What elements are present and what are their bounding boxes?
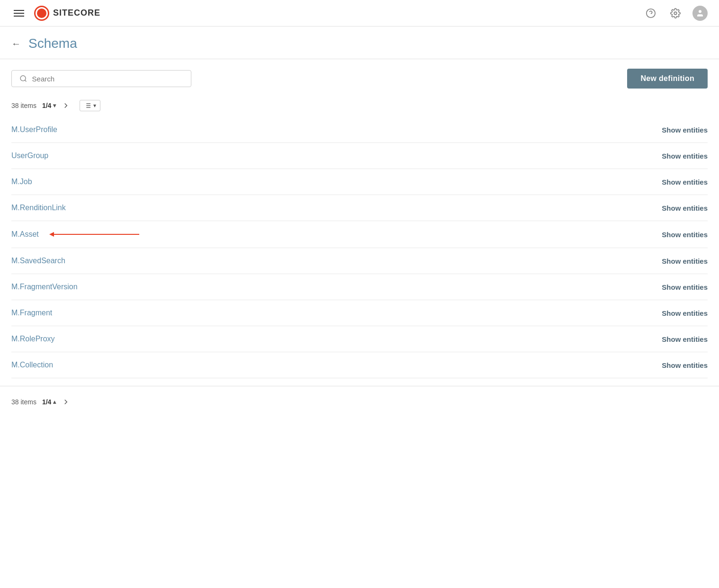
question-icon bbox=[646, 8, 656, 18]
view-chevron-down-icon: ▾ bbox=[93, 102, 96, 109]
help-button[interactable] bbox=[643, 6, 658, 21]
chevron-right-icon bbox=[62, 398, 70, 406]
back-button[interactable]: ← bbox=[11, 38, 21, 49]
gear-icon bbox=[670, 8, 681, 18]
show-entities-button[interactable]: Show entities bbox=[662, 283, 708, 291]
chevron-up-icon: ▴ bbox=[53, 399, 56, 405]
table-row: M.JobShow entities bbox=[11, 169, 708, 195]
search-icon bbox=[19, 74, 27, 83]
show-entities-button[interactable]: Show entities bbox=[662, 309, 708, 317]
table-row: M.SavedSearchShow entities bbox=[11, 248, 708, 274]
top-pagination-bar: 38 items 1/4 ▾ ▾ bbox=[0, 96, 719, 117]
top-next-button[interactable] bbox=[62, 101, 70, 110]
arrow-annotation bbox=[49, 230, 144, 239]
back-arrow-icon: ← bbox=[11, 38, 21, 49]
top-page-selector[interactable]: 1/4 ▾ bbox=[42, 102, 56, 109]
logo-text: SITECORE bbox=[53, 8, 100, 18]
schema-name-link[interactable]: M.Fragment bbox=[11, 309, 52, 317]
bottom-pagination-bar: 38 items 1/4 ▴ bbox=[0, 386, 719, 414]
show-entities-button[interactable]: Show entities bbox=[662, 152, 708, 160]
schema-name-link[interactable]: M.Asset bbox=[11, 230, 144, 239]
svg-marker-12 bbox=[49, 232, 54, 237]
show-entities-button[interactable]: Show entities bbox=[662, 361, 708, 369]
table-row: M.UserProfileShow entities bbox=[11, 117, 708, 143]
show-entities-button[interactable]: Show entities bbox=[662, 257, 708, 265]
new-definition-button[interactable]: New definition bbox=[627, 69, 708, 89]
schema-name-link[interactable]: M.Job bbox=[11, 178, 32, 186]
page-header: ← Schema bbox=[0, 27, 719, 59]
table-row: M.RenditionLinkShow entities bbox=[11, 195, 708, 221]
schema-list: M.UserProfileShow entitiesUserGroupShow … bbox=[0, 117, 719, 378]
nav-right bbox=[643, 6, 708, 21]
arrow-indicator-icon bbox=[49, 230, 144, 239]
schema-name-link[interactable]: M.FragmentVersion bbox=[11, 283, 78, 291]
schema-name-link[interactable]: M.RenditionLink bbox=[11, 204, 66, 212]
search-input[interactable] bbox=[32, 75, 183, 83]
table-row: M.RoleProxyShow entities bbox=[11, 326, 708, 352]
svg-point-3 bbox=[699, 10, 701, 13]
schema-name-link[interactable]: UserGroup bbox=[11, 151, 48, 160]
avatar[interactable] bbox=[692, 6, 708, 21]
table-row: M.FragmentVersionShow entities bbox=[11, 274, 708, 300]
top-items-count: 38 items bbox=[11, 102, 36, 109]
schema-name-link[interactable]: M.Collection bbox=[11, 361, 53, 369]
schema-name-link[interactable]: M.SavedSearch bbox=[11, 257, 65, 265]
bottom-items-count: 38 items bbox=[11, 398, 36, 406]
settings-button[interactable] bbox=[668, 6, 683, 21]
schema-name-link[interactable]: M.RoleProxy bbox=[11, 335, 55, 343]
top-navigation: SITECORE bbox=[0, 0, 719, 27]
toolbar: New definition bbox=[0, 59, 719, 96]
bottom-page-selector[interactable]: 1/4 ▴ bbox=[42, 398, 56, 406]
hamburger-menu-button[interactable] bbox=[11, 6, 27, 21]
show-entities-button[interactable]: Show entities bbox=[662, 126, 708, 134]
show-entities-button[interactable]: Show entities bbox=[662, 231, 708, 239]
table-row: M.CollectionShow entities bbox=[11, 352, 708, 378]
table-row: M.AssetShow entities bbox=[11, 221, 708, 248]
sitecore-logo: SITECORE bbox=[34, 6, 100, 21]
bottom-next-button[interactable] bbox=[62, 398, 70, 406]
show-entities-button[interactable]: Show entities bbox=[662, 335, 708, 343]
top-page-label: 1/4 bbox=[42, 102, 51, 109]
view-selector[interactable]: ▾ bbox=[80, 100, 100, 111]
hamburger-icon bbox=[14, 10, 24, 17]
show-entities-button[interactable]: Show entities bbox=[662, 204, 708, 212]
schema-name-link[interactable]: M.UserProfile bbox=[11, 125, 57, 134]
logo-icon bbox=[34, 6, 49, 21]
nav-left: SITECORE bbox=[11, 6, 100, 21]
bottom-page-label: 1/4 bbox=[42, 398, 51, 406]
table-row: UserGroupShow entities bbox=[11, 143, 708, 169]
user-icon bbox=[696, 9, 704, 18]
chevron-down-icon: ▾ bbox=[53, 102, 56, 109]
list-view-icon bbox=[84, 102, 91, 109]
show-entities-button[interactable]: Show entities bbox=[662, 178, 708, 186]
chevron-right-icon bbox=[62, 101, 70, 110]
svg-point-2 bbox=[674, 12, 677, 15]
table-row: M.FragmentShow entities bbox=[11, 300, 708, 326]
svg-point-4 bbox=[20, 76, 26, 81]
search-box bbox=[11, 70, 191, 87]
svg-line-5 bbox=[25, 80, 27, 81]
page-title: Schema bbox=[28, 36, 77, 51]
